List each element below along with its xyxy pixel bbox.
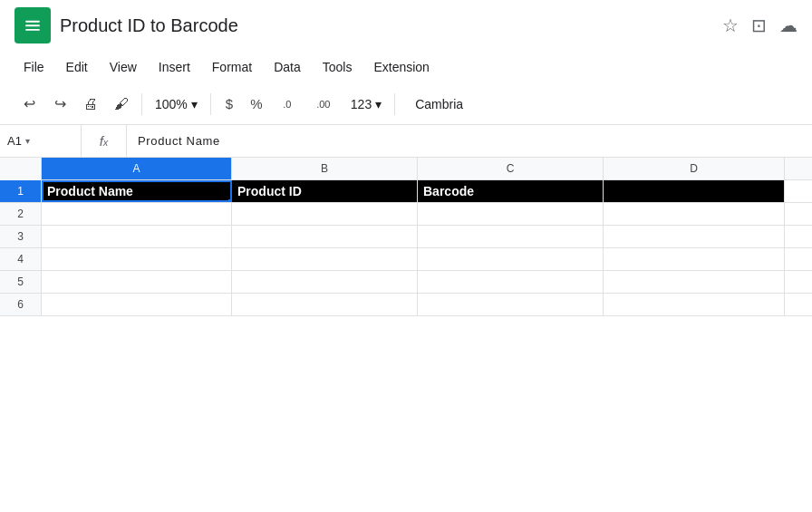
table-row: 2	[0, 203, 812, 226]
star-icon[interactable]: ☆	[722, 14, 739, 36]
move-icon[interactable]: ⊡	[751, 14, 767, 36]
col-header-d[interactable]: D	[604, 158, 785, 179]
table-row: 3	[0, 226, 812, 248]
menu-edit[interactable]: Edit	[57, 54, 97, 80]
svg-rect-3	[25, 29, 40, 31]
cell-b1[interactable]: Product ID	[232, 180, 418, 202]
cell-a2[interactable]	[42, 203, 232, 225]
decimal-decrease-button[interactable]: .0	[271, 92, 304, 117]
corner-cell	[0, 158, 42, 180]
title-bar: Product ID to Barcode ☆ ⊡ ☁	[0, 0, 812, 51]
cell-a3[interactable]	[42, 226, 232, 247]
cell-b4[interactable]	[232, 248, 418, 270]
cell-ref-chevron-icon: ▾	[25, 136, 30, 146]
menu-data[interactable]: Data	[265, 54, 310, 80]
cell-d1[interactable]	[604, 180, 785, 202]
table-row: 5	[0, 271, 812, 294]
zoom-value: 100%	[155, 97, 188, 111]
cell-b3[interactable]	[232, 226, 418, 247]
formula-content[interactable]: Product Name	[127, 134, 812, 148]
col-header-b[interactable]: B	[232, 158, 418, 179]
menu-extensions[interactable]: Extension	[364, 54, 438, 80]
undo-button[interactable]: ↩	[14, 90, 44, 119]
cell-b6[interactable]	[232, 294, 418, 315]
table-row: 1 Product Name Product ID Barcode	[0, 180, 812, 203]
zoom-chevron-icon: ▾	[191, 97, 198, 111]
menu-format[interactable]: Format	[203, 54, 261, 80]
toolbar-sep-1	[141, 93, 142, 115]
cell-c3[interactable]	[418, 226, 604, 247]
decimal-increase-button[interactable]: .00	[305, 92, 342, 117]
cell-c4[interactable]	[418, 248, 604, 270]
currency-button[interactable]: $	[217, 92, 242, 117]
redo-button[interactable]: ↪	[45, 90, 74, 119]
percent-button[interactable]: %	[244, 92, 269, 117]
format-number-chevron-icon: ▾	[375, 97, 382, 111]
paint-format-button[interactable]: 🖌	[107, 90, 136, 119]
toolbar-sep-2	[210, 93, 211, 115]
cell-d2[interactable]	[604, 203, 785, 225]
format-number-value: 123	[351, 97, 372, 111]
font-selector[interactable]: Cambria	[408, 93, 470, 115]
col-header-a[interactable]: A	[42, 158, 232, 179]
row-header-3[interactable]: 3	[0, 226, 42, 247]
row-header-1[interactable]: 1	[0, 180, 42, 202]
cell-reference[interactable]: A1 ▾	[0, 125, 82, 157]
menu-insert[interactable]: Insert	[150, 54, 199, 80]
cell-d3[interactable]	[604, 226, 785, 247]
cell-a1[interactable]: Product Name	[42, 180, 232, 202]
cell-b5[interactable]	[232, 271, 418, 293]
toolbar: ↩ ↪ 🖨 🖌 100% ▾ $ % .0 .00 123 ▾ Cambria	[0, 83, 812, 125]
svg-rect-1	[25, 21, 40, 23]
row-header-2[interactable]: 2	[0, 203, 42, 225]
title-icons: ☆ ⊡ ☁	[722, 14, 798, 36]
formula-bar: A1 ▾ fx Product Name	[0, 125, 812, 158]
zoom-selector[interactable]: 100% ▾	[148, 93, 205, 115]
menu-view[interactable]: View	[101, 54, 146, 80]
column-header-row: A B C D	[0, 158, 812, 180]
font-name: Cambria	[415, 97, 463, 111]
row-header-4[interactable]: 4	[0, 248, 42, 270]
data-area: 1 Product Name Product ID Barcode 2	[0, 180, 812, 316]
cell-c6[interactable]	[418, 294, 604, 315]
svg-rect-2	[25, 24, 40, 26]
app-icon	[14, 7, 51, 43]
cell-b2[interactable]	[232, 203, 418, 225]
print-button[interactable]: 🖨	[76, 90, 105, 119]
cell-a5[interactable]	[42, 271, 232, 293]
fx-label: fx	[82, 125, 127, 157]
col-header-c[interactable]: C	[418, 158, 604, 179]
cell-d4[interactable]	[604, 248, 785, 270]
format-number-selector[interactable]: 123 ▾	[343, 93, 389, 115]
menu-bar: File Edit View Insert Format Data Tools …	[0, 51, 812, 83]
row-header-5[interactable]: 5	[0, 271, 42, 293]
menu-tools[interactable]: Tools	[314, 54, 362, 80]
cell-a6[interactable]	[42, 294, 232, 315]
menu-file[interactable]: File	[14, 54, 53, 80]
cell-a4[interactable]	[42, 248, 232, 270]
cloud-icon[interactable]: ☁	[779, 14, 798, 36]
cell-d5[interactable]	[604, 271, 785, 293]
table-row: 6	[0, 294, 812, 316]
spreadsheet: A B C D 1 Product Name Product ID Barcod…	[0, 158, 812, 316]
toolbar-sep-3	[394, 93, 395, 115]
row-header-6[interactable]: 6	[0, 294, 42, 315]
cell-d6[interactable]	[604, 294, 785, 315]
cell-c1[interactable]: Barcode	[418, 180, 604, 202]
cell-c2[interactable]	[418, 203, 604, 225]
table-row: 4	[0, 248, 812, 271]
cell-c5[interactable]	[418, 271, 604, 293]
cell-ref-value: A1	[7, 134, 22, 148]
document-title: Product ID to Barcode	[60, 15, 713, 36]
